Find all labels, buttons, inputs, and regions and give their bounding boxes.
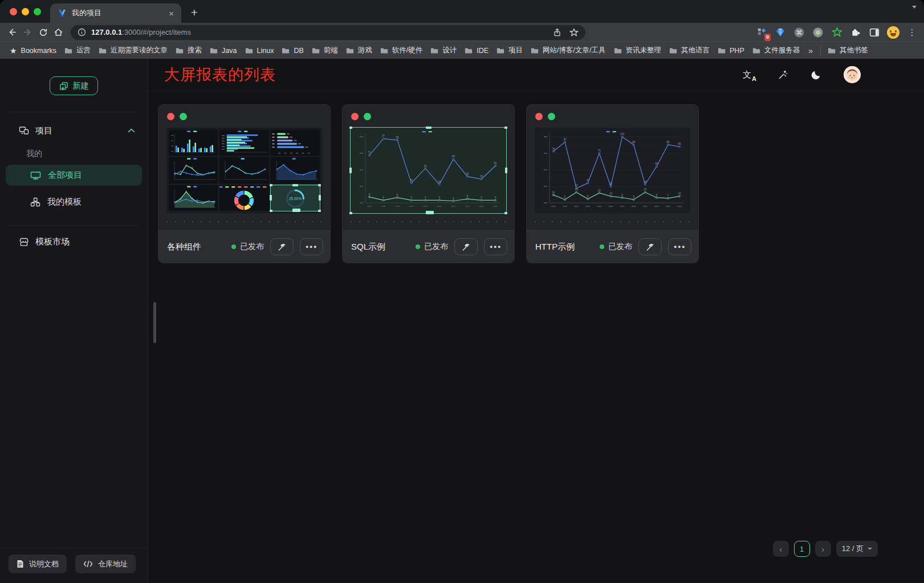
share-icon[interactable] bbox=[553, 28, 561, 37]
bookmark-folder[interactable]: 运营 bbox=[60, 44, 95, 57]
bookmark-folder[interactable]: 资讯未整理 bbox=[610, 44, 666, 57]
bookmark-folder[interactable]: 软件/硬件 bbox=[376, 44, 426, 57]
sidebar-section-label: 项目 bbox=[35, 125, 52, 136]
dark-mode-toggle[interactable] bbox=[811, 70, 821, 80]
sidebar-item-my-templates[interactable]: 我的模板 bbox=[6, 191, 142, 213]
goview-favicon bbox=[58, 9, 67, 18]
bookmark-folder[interactable]: 设计 bbox=[426, 44, 461, 57]
svg-text:92: 92 bbox=[564, 138, 567, 141]
bookmark-folder[interactable]: Java bbox=[206, 45, 241, 56]
sidebar-item-template-market[interactable]: 模板市场 bbox=[0, 233, 148, 251]
pagination-next-button[interactable]: › bbox=[815, 541, 831, 557]
other-bookmarks-folder[interactable]: 其他书签 bbox=[824, 44, 872, 57]
extension-blocks-icon[interactable]: 9 bbox=[755, 26, 768, 39]
sidebar-item-all-projects[interactable]: 全部项目 bbox=[6, 165, 142, 186]
bookmark-folder[interactable]: 项目 bbox=[492, 44, 527, 57]
project-card[interactable]: 7892223075251008828558885125166151085168… bbox=[526, 104, 699, 263]
sidebar-section-project[interactable]: 项目 bbox=[0, 121, 148, 140]
bookmark-folder[interactable]: 游戏 bbox=[342, 44, 376, 57]
extension-record-icon[interactable] bbox=[812, 26, 824, 39]
bookmark-folder[interactable]: 其他语言 bbox=[665, 44, 714, 57]
project-icon bbox=[19, 126, 29, 135]
bookmark-folder[interactable]: 搜索 bbox=[172, 44, 206, 57]
template-icon bbox=[30, 197, 40, 207]
bookmark-folder[interactable]: 网站/博客/文章/工具 bbox=[527, 44, 609, 57]
svg-text:28: 28 bbox=[644, 181, 647, 184]
forward-button[interactable] bbox=[20, 25, 35, 40]
edit-project-button[interactable] bbox=[638, 238, 662, 255]
user-avatar[interactable] bbox=[844, 66, 861, 83]
bookmark-folder[interactable]: IDE bbox=[461, 45, 492, 56]
bookmark-folder[interactable]: 近期需要读的文章 bbox=[95, 44, 172, 57]
status-badge: 已发布 bbox=[600, 242, 632, 252]
repo-button[interactable]: 仓库地址 bbox=[75, 555, 136, 573]
bookmark-folder[interactable]: PHP bbox=[714, 45, 748, 56]
extensions-puzzle-button[interactable] bbox=[849, 26, 862, 39]
window-minimize-button[interactable] bbox=[22, 8, 29, 15]
tab-search-button[interactable] bbox=[912, 9, 917, 19]
bookmark-folder[interactable]: 文件服务器 bbox=[748, 44, 804, 57]
window-controls bbox=[0, 0, 50, 23]
mini-chart bbox=[219, 130, 268, 156]
profile-avatar-button[interactable] bbox=[887, 26, 899, 39]
bookmark-label: 其他书签 bbox=[840, 46, 868, 55]
more-actions-button[interactable]: ●●● bbox=[484, 238, 507, 255]
profile-emoji-icon bbox=[887, 26, 899, 39]
bookmark-star-icon[interactable] bbox=[569, 28, 579, 37]
theme-color-button[interactable] bbox=[778, 70, 788, 80]
bookmarks-overflow-button[interactable]: » bbox=[804, 46, 817, 55]
bookmark-folder[interactable]: Linux bbox=[241, 45, 278, 56]
dotted-separator bbox=[535, 221, 690, 222]
url-text: 127.0.0.1:3000/#/project/items bbox=[91, 28, 548, 36]
docs-button[interactable]: 说明文档 bbox=[9, 555, 67, 573]
new-project-button[interactable]: 新建 bbox=[50, 76, 98, 95]
svg-text:8: 8 bbox=[656, 194, 658, 197]
code-icon bbox=[83, 560, 93, 568]
bookmark-label: Linux bbox=[257, 47, 274, 55]
card-status-dots bbox=[527, 105, 698, 120]
more-actions-button[interactable]: ●●● bbox=[668, 238, 691, 255]
project-card[interactable]: 25.00% 各种组件 已发布 ●●● bbox=[158, 104, 331, 263]
edit-project-button[interactable] bbox=[454, 238, 478, 255]
pagination-page-1[interactable]: 1 bbox=[794, 541, 810, 557]
new-tab-button[interactable]: + bbox=[186, 4, 203, 21]
tab-close-icon[interactable]: × bbox=[167, 9, 176, 18]
svg-text:5: 5 bbox=[564, 195, 566, 198]
extension-command-icon[interactable]: ⌘ bbox=[793, 26, 805, 39]
page-size-select[interactable]: 12 / 页 bbox=[836, 541, 878, 557]
svg-text:⌘: ⌘ bbox=[796, 29, 803, 36]
bookmark-folder[interactable]: DB bbox=[278, 45, 307, 56]
side-panel-button[interactable] bbox=[868, 26, 881, 39]
svg-text:95: 95 bbox=[396, 136, 400, 139]
extension-star-icon[interactable] bbox=[831, 26, 843, 39]
reload-button[interactable] bbox=[35, 25, 51, 40]
svg-text:4: 4 bbox=[382, 196, 384, 199]
scrollbar-thumb[interactable] bbox=[153, 302, 156, 343]
window-close-button[interactable] bbox=[10, 8, 17, 15]
bookmark-folder[interactable]: 前端 bbox=[308, 44, 342, 57]
edit-project-button[interactable] bbox=[270, 238, 294, 255]
project-card[interactable]: 729795305228664036569484443644 SQL示例 已发布… bbox=[342, 104, 515, 263]
browser-menu-button[interactable]: ⋮ bbox=[906, 26, 918, 39]
main-area: 大屏报表的列表 文A bbox=[148, 59, 924, 583]
window-zoom-button[interactable] bbox=[34, 8, 41, 15]
url-path: :3000/#/project/items bbox=[122, 28, 191, 36]
browser-tab[interactable]: 我的项目 × bbox=[50, 3, 181, 23]
side-panel-icon bbox=[869, 27, 880, 38]
mini-chart bbox=[271, 130, 320, 156]
back-button[interactable] bbox=[5, 25, 20, 40]
folder-icon bbox=[752, 47, 760, 54]
ellipsis-icon: ●●● bbox=[674, 244, 686, 250]
monitor-icon bbox=[30, 171, 41, 180]
bookmarks-manager[interactable]: ★Bookmarks bbox=[6, 45, 60, 56]
address-bar[interactable]: 127.0.0.1:3000/#/project/items bbox=[71, 25, 585, 40]
language-button[interactable]: 文A bbox=[743, 70, 755, 80]
extension-gem-icon[interactable] bbox=[774, 26, 787, 39]
red-dot-icon bbox=[535, 113, 543, 120]
more-actions-button[interactable]: ●●● bbox=[300, 238, 323, 255]
chevron-up-icon bbox=[128, 128, 135, 133]
pagination-prev-button[interactable]: ‹ bbox=[773, 541, 789, 557]
folder-icon bbox=[496, 47, 504, 54]
site-info-icon[interactable] bbox=[78, 28, 86, 36]
home-button[interactable] bbox=[51, 25, 66, 40]
